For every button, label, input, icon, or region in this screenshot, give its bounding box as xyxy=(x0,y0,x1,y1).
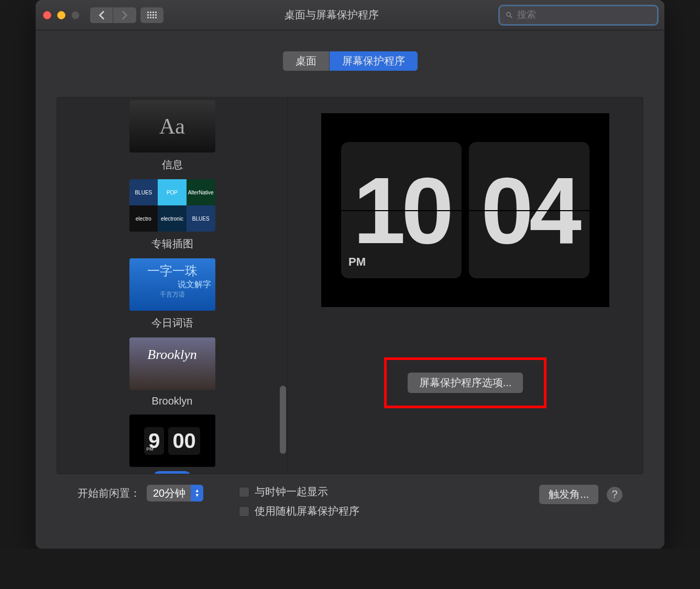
preferences-window: 桌面与屏幕保护程序 桌面 屏幕保护程序 Aa 信息 xyxy=(36,0,664,549)
bottom-controls: 开始前闲置： 20分钟 ▲▼ 与时钟一起显示 使用随机屏幕保护程序 触发角... xyxy=(57,474,643,533)
tab-selector: 桌面 屏幕保护程序 xyxy=(57,51,643,71)
list-item[interactable]: 一字一珠 说文解字 千言万语 今日词语 xyxy=(129,258,215,331)
main-panel: Aa 信息 BLUES POP AlterNative electro elec… xyxy=(57,97,643,474)
nav-buttons xyxy=(90,7,136,23)
thumbnail-word: 一字一珠 说文解字 千言万语 xyxy=(129,258,215,311)
hot-corners-button[interactable]: 触发角... xyxy=(539,485,598,504)
preview-panel: 10 PM 04 屏幕保护程序选项... xyxy=(288,97,643,474)
screensaver-list[interactable]: Aa 信息 BLUES POP AlterNative electro elec… xyxy=(57,97,288,474)
show-clock-checkbox[interactable] xyxy=(239,487,249,497)
search-input[interactable] xyxy=(517,9,652,20)
screensaver-preview[interactable]: 10 PM 04 xyxy=(321,113,609,307)
list-item-label: 专辑插图 xyxy=(144,236,201,252)
content-area: 桌面 屏幕保护程序 Aa 信息 BLUES POP AlterNative xyxy=(36,30,664,549)
show-clock-row[interactable]: 与时钟一起显示 xyxy=(239,485,530,499)
thumbnail-fliqlo: 9 PM 00 xyxy=(129,415,215,467)
idle-setting: 开始前闲置： 20分钟 ▲▼ xyxy=(78,485,203,501)
random-label: 使用随机屏幕保护程序 xyxy=(255,504,359,518)
window-controls xyxy=(43,11,80,19)
forward-button xyxy=(113,7,136,23)
list-item-label: Fliqlo xyxy=(152,471,192,474)
list-item[interactable]: Brooklyn Brooklyn xyxy=(129,337,215,408)
options-area: 屏幕保护程序选项... xyxy=(309,307,622,458)
show-all-button[interactable] xyxy=(140,7,163,23)
tab-screensaver[interactable]: 屏幕保护程序 xyxy=(330,51,418,71)
flip-clock-minutes: 04 xyxy=(469,142,589,278)
random-row[interactable]: 使用随机屏幕保护程序 xyxy=(239,504,530,518)
thumbnail-info: Aa xyxy=(129,100,215,152)
minimize-icon[interactable] xyxy=(57,11,65,19)
list-item-label: Brooklyn xyxy=(145,394,200,408)
search-icon xyxy=(505,10,514,20)
grid-icon xyxy=(147,12,157,18)
zoom-icon xyxy=(71,11,80,19)
tab-desktop[interactable]: 桌面 xyxy=(283,51,330,71)
list-item-label: 今日词语 xyxy=(144,315,201,331)
titlebar: 桌面与屏幕保护程序 xyxy=(36,0,664,30)
back-button[interactable] xyxy=(90,7,113,23)
screensaver-options-button[interactable]: 屏幕保护程序选项... xyxy=(408,373,523,393)
list-item-label: 信息 xyxy=(155,157,190,173)
idle-select[interactable]: 20分钟 ▲▼ xyxy=(147,485,203,501)
search-field[interactable] xyxy=(500,6,657,24)
idle-value: 20分钟 xyxy=(147,486,191,500)
idle-label: 开始前闲置： xyxy=(78,486,140,500)
window-title: 桌面与屏幕保护程序 xyxy=(163,8,500,22)
show-clock-label: 与时钟一起显示 xyxy=(255,485,328,499)
random-checkbox[interactable] xyxy=(239,506,249,517)
thumbnail-brooklyn: Brooklyn xyxy=(129,337,215,390)
stepper-arrows-icon: ▲▼ xyxy=(191,485,203,501)
flip-clock-hours: 10 PM xyxy=(341,142,462,278)
list-item[interactable]: BLUES POP AlterNative electro electronic… xyxy=(129,179,215,252)
chevron-left-icon xyxy=(98,10,105,20)
help-button[interactable]: ? xyxy=(607,487,622,503)
scrollbar[interactable] xyxy=(280,386,286,454)
close-icon[interactable] xyxy=(43,11,51,19)
list-item[interactable]: 9 PM 00 Fliqlo xyxy=(129,415,215,474)
chevron-right-icon xyxy=(121,10,128,20)
ampm-label: PM xyxy=(348,255,366,269)
highlight-box: 屏幕保护程序选项... xyxy=(384,357,547,408)
thumbnail-album: BLUES POP AlterNative electro electronic… xyxy=(129,179,215,232)
list-item[interactable]: Aa 信息 xyxy=(129,100,215,173)
